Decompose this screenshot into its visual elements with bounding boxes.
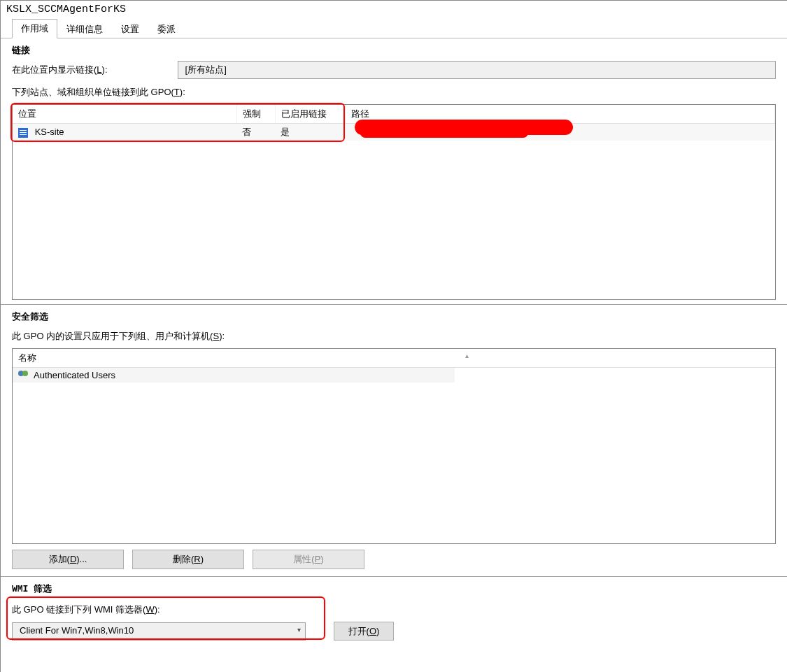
site-icon xyxy=(18,128,28,138)
security-section: 安全筛选 此 GPO 内的设置只应用于下列组、用户和计算机(S): 名称 ▴ A… xyxy=(1,305,787,572)
remove-button[interactable]: 删除(R) xyxy=(132,550,244,569)
sort-caret-icon: ▴ xyxy=(465,352,770,364)
cell-link-enabled: 是 xyxy=(275,124,345,141)
links-header: 链接 xyxy=(12,41,776,61)
security-listbox[interactable]: 名称 ▴ Authenticated Users xyxy=(12,348,776,544)
security-header: 安全筛选 xyxy=(12,308,776,327)
wmi-header: WMI 筛选 xyxy=(12,580,776,599)
wmi-section: WMI 筛选 此 GPO 链接到下列 WMI 筛选器(W): Client Fo… xyxy=(1,577,787,648)
add-button[interactable]: 添加(D)... xyxy=(12,550,124,569)
display-links-combo[interactable]: [所有站点] xyxy=(178,61,776,79)
tab-scope[interactable]: 作用域 xyxy=(12,19,57,38)
col-enforced[interactable]: 强制 xyxy=(236,105,275,124)
users-icon xyxy=(18,371,29,380)
wmi-filter-select[interactable]: Client For Win7,Win8,Win10 xyxy=(12,622,306,641)
tab-details[interactable]: 详细信息 xyxy=(57,20,112,38)
col-name[interactable]: 名称 xyxy=(18,352,36,364)
window-title: KSLX_SCCMAgentForKS xyxy=(1,1,787,17)
cell-location: KS-site xyxy=(35,127,64,137)
open-button[interactable]: 打开(O) xyxy=(334,622,394,641)
annotation-redaction xyxy=(360,128,528,138)
list-item[interactable]: Authenticated Users xyxy=(13,368,455,383)
tab-delegation[interactable]: 委派 xyxy=(148,20,185,38)
security-buttons: 添加(D)... 删除(R) 属性(P) xyxy=(12,544,776,572)
links-section: 链接 在此位置内显示链接(L): [所有站点] 下列站点、域和组织单位链接到此 … xyxy=(1,38,787,300)
security-desc: 此 GPO 内的设置只应用于下列组、用户和计算机(S): xyxy=(12,327,776,348)
col-link-enabled[interactable]: 已启用链接 xyxy=(275,105,345,124)
cell-enforced: 否 xyxy=(236,124,275,141)
properties-button: 属性(P) xyxy=(253,550,364,569)
col-location[interactable]: 位置 xyxy=(13,105,236,124)
wmi-label: 此 GPO 链接到下列 WMI 筛选器(W): xyxy=(12,599,776,622)
display-links-row: 在此位置内显示链接(L): [所有站点] xyxy=(12,61,776,79)
links-desc: 下列站点、域和组织单位链接到此 GPO(T): xyxy=(12,83,776,104)
display-links-label: 在此位置内显示链接(L): xyxy=(12,64,108,76)
tab-settings[interactable]: 设置 xyxy=(112,20,148,38)
cell-name: Authenticated Users xyxy=(34,370,115,380)
tab-strip: 作用域 详细信息 设置 委派 xyxy=(1,18,787,38)
